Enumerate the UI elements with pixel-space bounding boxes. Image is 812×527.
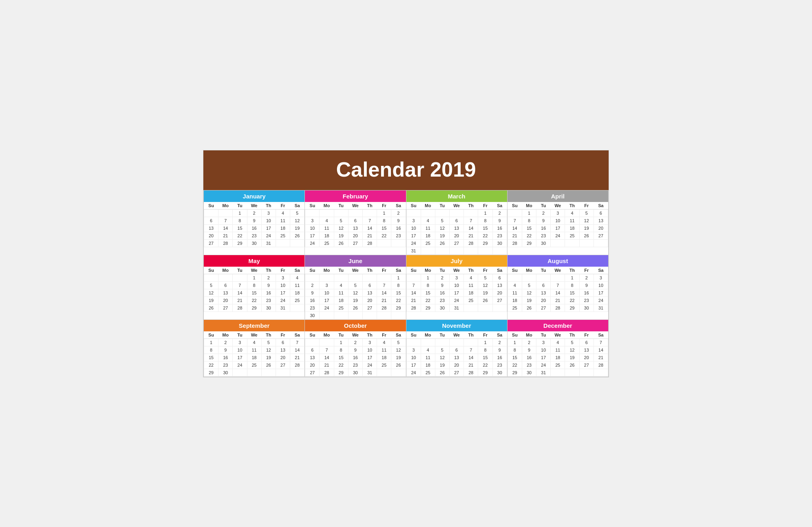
- day-cell: 22: [204, 361, 218, 369]
- month-block-may: MaySuMoTuWeThFrSa12345678910111213141516…: [204, 255, 305, 320]
- day-cell: [320, 274, 334, 281]
- day-cell: 16: [435, 289, 449, 296]
- day-cell: 17: [450, 289, 464, 296]
- week-row: 891011121314: [508, 346, 608, 354]
- day-cell: [362, 312, 377, 319]
- day-cell: [276, 239, 290, 247]
- week-row: 45678910: [508, 281, 608, 289]
- week-row: 123456: [508, 209, 608, 217]
- week-row: 17181920212223: [305, 232, 406, 239]
- day-cell: 7: [320, 346, 334, 354]
- day-cell: 7: [290, 339, 304, 346]
- day-header: Su: [508, 267, 522, 274]
- day-cell: [391, 312, 406, 319]
- day-cell: 19: [435, 361, 449, 369]
- day-cell: 21: [406, 296, 421, 304]
- month-header-december: December: [508, 320, 608, 331]
- day-header: Fr: [276, 331, 290, 339]
- day-cell: 20: [218, 296, 233, 304]
- day-cell: 31: [261, 239, 276, 247]
- day-cell: 30: [579, 304, 594, 312]
- day-cell: [435, 247, 449, 254]
- day-cell: 18: [247, 354, 261, 361]
- day-cell: 26: [522, 304, 536, 312]
- day-cell: 16: [579, 289, 594, 296]
- day-cell: 22: [478, 361, 492, 369]
- day-cell: 30: [247, 239, 261, 247]
- day-cell: 13: [536, 289, 551, 296]
- day-cell: [435, 209, 449, 217]
- day-cell: 20: [348, 232, 362, 239]
- day-cell: 9: [522, 346, 536, 354]
- day-cell: 13: [362, 289, 377, 296]
- day-cell: 4: [464, 274, 478, 281]
- week-row: 18192021222324: [508, 296, 608, 304]
- day-cell: 16: [536, 224, 551, 232]
- day-cell: 31: [450, 304, 464, 312]
- month-block-october: OctoberSuMoTuWeThFrSa1234567891011121314…: [305, 320, 406, 377]
- day-cell: 18: [551, 354, 565, 361]
- week-row: 2728293031: [204, 239, 304, 247]
- day-cell: 4: [551, 339, 565, 346]
- day-cell: 28: [233, 304, 247, 312]
- day-cell: 22: [522, 232, 536, 239]
- day-cell: [334, 209, 348, 217]
- month-table-november: SuMoTuWeThFrSa12345678910111213141516171…: [406, 331, 507, 377]
- week-row: 28293031: [406, 304, 507, 312]
- day-header: Su: [305, 202, 320, 210]
- day-cell: 23: [492, 361, 507, 369]
- day-cell: 24: [406, 239, 421, 247]
- day-cell: 22: [377, 232, 391, 239]
- day-cell: 22: [391, 296, 406, 304]
- day-header: Sa: [594, 202, 608, 210]
- day-cell: 29: [334, 369, 348, 376]
- day-cell: 1: [233, 209, 247, 217]
- day-cell: [551, 239, 565, 247]
- day-cell: 4: [565, 209, 579, 217]
- day-cell: 15: [391, 289, 406, 296]
- day-cell: 18: [464, 289, 478, 296]
- week-row: 21222324252627: [508, 232, 608, 239]
- day-cell: 7: [218, 217, 233, 224]
- day-cell: 19: [261, 354, 276, 361]
- day-cell: [377, 369, 391, 376]
- month-table-december: SuMoTuWeThFrSa12345678910111213141516171…: [508, 331, 608, 377]
- day-cell: 3: [406, 217, 421, 224]
- day-header: We: [348, 331, 362, 339]
- week-row: 21222324252627: [406, 296, 507, 304]
- day-cell: 27: [492, 296, 507, 304]
- day-cell: 19: [478, 289, 492, 296]
- day-cell: 16: [492, 354, 507, 361]
- week-row: 3456789: [406, 346, 507, 354]
- day-cell: 15: [522, 224, 536, 232]
- day-cell: 20: [594, 224, 608, 232]
- day-cell: [464, 209, 478, 217]
- day-cell: 8: [334, 346, 348, 354]
- day-cell: 27: [450, 369, 464, 376]
- day-cell: [218, 274, 233, 281]
- day-cell: 16: [218, 354, 233, 361]
- day-cell: 17: [551, 224, 565, 232]
- day-cell: 26: [565, 361, 579, 369]
- day-cell: [391, 369, 406, 376]
- day-cell: 16: [348, 354, 362, 361]
- day-header: Th: [464, 202, 478, 210]
- day-cell: 21: [464, 361, 478, 369]
- day-cell: 3: [320, 281, 334, 289]
- day-cell: 2: [492, 209, 507, 217]
- day-cell: 15: [421, 289, 435, 296]
- day-cell: 5: [435, 346, 449, 354]
- day-cell: 20: [579, 354, 594, 361]
- day-cell: 19: [522, 296, 536, 304]
- day-cell: 16: [305, 296, 320, 304]
- week-row: 3456789: [305, 217, 406, 224]
- day-cell: 28: [377, 304, 391, 312]
- day-cell: 19: [334, 232, 348, 239]
- day-cell: 15: [334, 354, 348, 361]
- day-cell: 11: [565, 217, 579, 224]
- month-header-november: November: [406, 320, 507, 331]
- day-cell: 2: [536, 209, 551, 217]
- day-cell: 1: [334, 339, 348, 346]
- day-cell: 10: [406, 354, 421, 361]
- day-cell: 26: [334, 239, 348, 247]
